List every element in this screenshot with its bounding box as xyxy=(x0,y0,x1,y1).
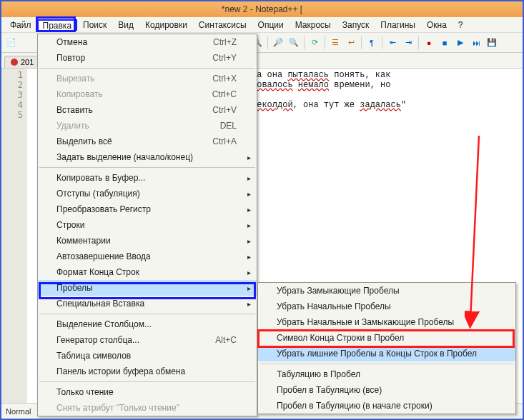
window-titlebar: *new 2 - Notepad++ [ xyxy=(1,1,523,17)
menu-edit-delete[interactable]: УдалитьDEL xyxy=(38,118,257,134)
menu-edit-spaces[interactable]: Пробелы▸ xyxy=(38,280,257,296)
menu-edit-copy[interactable]: КопироватьCtrl+C xyxy=(38,86,257,102)
menu-macros[interactable]: Макросы xyxy=(290,19,337,31)
menu-view[interactable]: Вид xyxy=(112,19,139,31)
line-number: 5 xyxy=(1,110,23,120)
playmulti-icon[interactable]: ⏭ xyxy=(469,36,483,50)
menu-spaces-trim-both[interactable]: Убрать Начальные и Замыкающие Пробелы xyxy=(258,314,515,330)
save-macro-icon[interactable]: 💾 xyxy=(485,36,499,50)
menu-edit-dropdown: ОтменаCtrl+Z ПовторCtrl+Y ВырезатьCtrl+X… xyxy=(37,34,257,416)
menu-edit-autocomplete[interactable]: Автозавершение Ввода▸ xyxy=(38,249,257,264)
chevron-right-icon: ▸ xyxy=(247,284,251,292)
menu-edit[interactable]: Правка xyxy=(37,19,78,31)
status-mode: Normal xyxy=(6,407,31,416)
menu-run[interactable]: Запуск xyxy=(337,19,375,31)
menu-spaces-eol-to-space[interactable]: Символ Конца Строки в Пробел xyxy=(258,330,515,346)
chevron-right-icon: ▸ xyxy=(247,174,251,182)
menu-spaces-trim-leading[interactable]: Убрать Начальные Пробелы xyxy=(258,299,515,314)
chevron-right-icon: ▸ xyxy=(247,300,251,308)
menubar: Файл Правка Поиск Вид Кодировки Синтакси… xyxy=(1,17,523,33)
chevron-right-icon: ▸ xyxy=(247,206,251,214)
indent-guides-icon[interactable]: ☰ xyxy=(328,36,342,50)
menu-edit-undo[interactable]: ОтменаCtrl+Z xyxy=(38,34,257,50)
tab-open-file[interactable]: 201 xyxy=(4,56,40,68)
menu-spaces-submenu: Убрать Замыкающие Пробелы Убрать Начальн… xyxy=(257,282,516,414)
menu-edit-copy-to-buffer[interactable]: Копировать в Буфер...▸ xyxy=(38,170,257,186)
chevron-right-icon: ▸ xyxy=(247,237,251,245)
chevron-right-icon: ▸ xyxy=(247,253,251,261)
tab-label: 201 xyxy=(21,58,34,66)
chevron-right-icon: ▸ xyxy=(247,221,251,229)
word-wrap-icon[interactable]: ↩ xyxy=(344,36,358,50)
line-number: 2 xyxy=(1,80,23,90)
menu-spaces-trim-trailing[interactable]: Убрать Замыкающие Пробелы xyxy=(258,283,515,299)
menu-spaces-space-to-tab-all[interactable]: Пробел в Табуляцию (все) xyxy=(258,382,515,398)
line-number: 1 xyxy=(1,70,23,80)
menu-help[interactable]: ? xyxy=(453,19,469,31)
chevron-right-icon: ▸ xyxy=(247,190,251,198)
menu-edit-paste[interactable]: ВставитьCtrl+V xyxy=(38,102,257,118)
record-icon[interactable]: ● xyxy=(422,36,436,50)
zoom-in-icon[interactable]: 🔎 xyxy=(271,36,285,50)
menu-options[interactable]: Опции xyxy=(252,19,290,31)
menu-edit-indent[interactable]: Отступы (табуляция)▸ xyxy=(38,186,257,201)
tab-dirty-icon xyxy=(11,59,18,66)
line-number: 4 xyxy=(1,100,23,110)
menu-edit-readonly[interactable]: Только чтение xyxy=(38,384,257,400)
menu-edit-clipboard-history[interactable]: Панель истории буфера обмена xyxy=(38,364,257,379)
menu-search[interactable]: Поиск xyxy=(77,19,112,31)
stop-icon[interactable]: ■ xyxy=(438,36,452,50)
menu-edit-set-selection[interactable]: Задать выделение (начало/конец)▸ xyxy=(38,149,257,165)
menu-edit-comments[interactable]: Комментарии▸ xyxy=(38,233,257,249)
menu-edit-select-all[interactable]: Выделить всёCtrl+A xyxy=(38,134,257,149)
indent-left-icon[interactable]: ⇤ xyxy=(385,36,400,50)
menu-spaces-tab-to-space[interactable]: Табуляцию в Пробел xyxy=(258,366,515,382)
menu-spaces-collapse-all[interactable]: Убрать лишние Пробелы а Концы Строк в Пр… xyxy=(258,346,515,361)
menu-edit-paste-special[interactable]: Специальная Вставка▸ xyxy=(38,296,257,311)
menu-spaces-space-to-tab-leading[interactable]: Пробел в Табуляцию (в начале строки) xyxy=(258,398,515,414)
chevron-right-icon: ▸ xyxy=(247,269,251,276)
menu-edit-column-select[interactable]: Выделение Столбцом... xyxy=(38,316,257,332)
menu-plugins[interactable]: Плагины xyxy=(375,19,421,31)
play-icon[interactable]: ▶ xyxy=(453,36,468,50)
new-file-icon[interactable]: 📄 xyxy=(4,36,19,50)
menu-windows[interactable]: Окна xyxy=(421,19,453,31)
menu-edit-eol-format[interactable]: Формат Конца Строк▸ xyxy=(38,264,257,280)
menu-syntax[interactable]: Синтаксисы xyxy=(193,19,252,31)
sync-icon[interactable]: ⟳ xyxy=(307,36,322,50)
line-gutter: 1 2 3 4 5 xyxy=(1,69,27,403)
menu-edit-cut[interactable]: ВырезатьCtrl+X xyxy=(38,71,257,86)
menu-edit-char-map[interactable]: Таблица символов xyxy=(38,348,257,364)
menu-edit-column-gen[interactable]: Генератор столбца...Alt+C xyxy=(38,332,257,348)
chevron-right-icon: ▸ xyxy=(247,154,251,161)
menu-edit-lines[interactable]: Строки▸ xyxy=(38,217,257,233)
menu-edit-clear-readonly[interactable]: Снять атрибут "Только чтение" xyxy=(38,400,257,416)
zoom-out-icon[interactable]: 🔍 xyxy=(287,36,301,50)
window-title: *new 2 - Notepad++ [ xyxy=(222,4,302,14)
line-number: 3 xyxy=(1,90,23,100)
menu-edit-redo[interactable]: ПовторCtrl+Y xyxy=(38,50,257,66)
menu-file[interactable]: Файл xyxy=(4,19,37,31)
menu-edit-case[interactable]: Преобразовать Регистр▸ xyxy=(38,201,257,217)
menu-encoding[interactable]: Кодировки xyxy=(139,19,193,31)
pilcrow-icon[interactable]: ¶ xyxy=(365,36,379,50)
indent-right-icon[interactable]: ⇥ xyxy=(401,36,415,50)
